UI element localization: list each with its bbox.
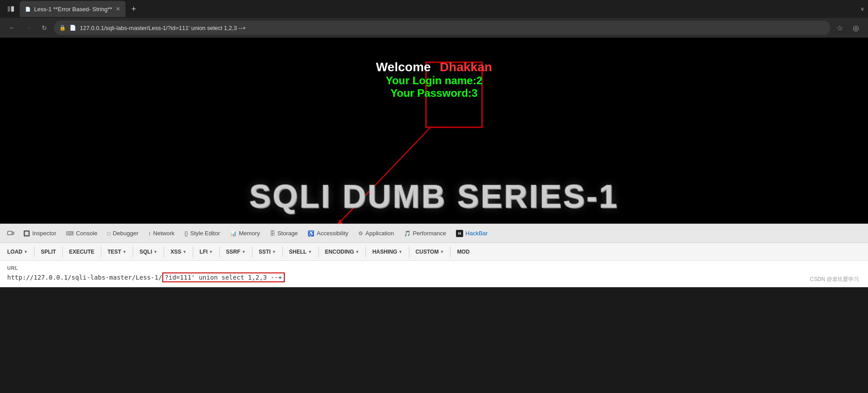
navigation-bar: ← → ↻ 🔒 📄 127.0.0.1/sqli-labs-master/Les… [0,18,868,38]
ssti-button[interactable]: SSTI ▼ [255,247,280,257]
tab-inspector-label: Inspector [32,230,56,237]
debugger-icon: □ [107,230,110,237]
toolbar-divider-1 [34,246,35,257]
tab-accessibility[interactable]: ♿ Accessibility [303,225,353,242]
split-button[interactable]: SPLIT [37,247,60,257]
tab-hackbar-label: HackBar [465,230,488,237]
welcome-name: Dhakkan [440,60,492,74]
tab-hackbar[interactable]: H HackBar [451,225,492,242]
responsive-design-button[interactable] [4,225,18,242]
webpage-content: Welcome Dhakkan Your Login name:2 Your P… [0,38,868,224]
tab-network-label: Network [153,230,175,237]
tab-bar: 📄 Less-1 **Error Based- String** ✕ + ∨ [0,0,868,18]
console-icon: ⌨ [66,230,74,237]
hashing-button[interactable]: HASHING ▼ [369,247,406,257]
sidebar-toggle[interactable] [4,2,18,16]
encoding-button[interactable]: ENCODING ▼ [321,247,363,257]
tab-application-label: Application [365,230,394,237]
load-button[interactable]: LOAD ▼ [4,247,31,257]
tab-memory[interactable]: 📊 Memory [226,225,265,242]
test-button[interactable]: TEST ▼ [104,247,130,257]
tab-performance[interactable]: 🎵 Performance [399,225,451,242]
toolbar-divider-13 [450,246,451,257]
page-title: SQLI DUMB SERIES-1 [249,178,619,215]
address-bar[interactable]: 🔒 📄 127.0.0.1/sqli-labs-master/Less-1/?i… [54,21,830,35]
performance-icon: 🎵 [404,230,411,237]
password-value: 3 [472,87,477,99]
password-line: Your Password:3 [376,87,492,99]
pocket-button[interactable]: ◎ [849,21,863,35]
tab-accessibility-label: Accessibility [317,230,348,237]
url-value: http://127.0.0.1/sqli-labs-master/Less-1… [7,272,861,282]
hackbar-url-area: URL http://127.0.0.1/sqli-labs-master/Le… [0,261,868,287]
password-label: Your Password: [391,87,472,99]
reload-button[interactable]: ↻ [38,21,51,35]
tab-inspector[interactable]: 🔲 Inspector [19,225,61,242]
toolbar-divider-9 [282,246,283,257]
storage-icon: 🗄 [270,230,275,237]
custom-button[interactable]: CUSTOM ▼ [412,247,448,257]
toolbar-divider-10 [318,246,319,257]
devtools-tab-bar: 🔲 Inspector ⌨ Console □ Debugger ↕ Netwo… [0,224,868,243]
load-dropdown-icon: ▼ [24,250,28,254]
welcome-section: Welcome Dhakkan Your Login name:2 Your P… [376,60,492,99]
maximize-button[interactable]: ∨ [860,6,864,12]
csdn-watermark: CSDN @老玖爱学习 [810,276,859,283]
back-button[interactable]: ← [5,21,19,35]
sqli-button[interactable]: SQLI ▼ [136,247,161,257]
tab-memory-label: Memory [239,230,260,237]
svg-rect-1 [11,6,14,12]
toolbar-divider-7 [219,246,220,257]
lfi-button[interactable]: LFI ▼ [196,247,217,257]
welcome-label: Welcome [376,60,430,74]
style-icon: {} [184,230,188,237]
toolbar-divider-12 [409,246,409,257]
toolbar-divider-6 [193,246,193,257]
tab-favicon: 📄 [25,7,30,12]
page-info-icon: 📄 [69,25,76,31]
tab-close-button[interactable]: ✕ [116,6,120,12]
hackbar-icon: H [456,230,463,237]
url-display[interactable]: 127.0.0.1/sqli-labs-master/Less-1/?id=11… [80,25,825,31]
tab-network[interactable]: ↕ Network [144,225,179,242]
tab-title: Less-1 **Error Based- String** [34,6,112,13]
login-label: Your Login name: [386,74,476,86]
tab-debugger[interactable]: □ Debugger [103,225,143,242]
test-dropdown-icon: ▼ [122,250,126,254]
execute-button[interactable]: EXECUTE [65,247,98,257]
url-query[interactable]: ?id=111' union select 1,2,3 --+ [162,272,285,282]
tab-storage[interactable]: 🗄 Storage [265,225,303,242]
toolbar-divider-3 [101,246,101,257]
svg-rect-6 [12,232,14,234]
bookmark-button[interactable]: ☆ [833,21,846,35]
devtools-panel: 🔲 Inspector ⌨ Console □ Debugger ↕ Netwo… [0,224,868,287]
memory-icon: 📊 [230,230,237,237]
tab-debugger-label: Debugger [113,230,138,237]
tab-storage-label: Storage [278,230,298,237]
shell-dropdown-icon: ▼ [308,250,312,254]
tab-performance-label: Performance [413,230,446,237]
inspector-icon: 🔲 [23,230,30,237]
toolbar-divider-5 [164,246,164,257]
accessibility-icon: ♿ [308,230,314,237]
tab-console-label: Console [76,230,97,237]
toolbar-divider-2 [62,246,63,257]
hackbar-toolbar: LOAD ▼ SPLIT EXECUTE TEST ▼ SQLI ▼ XSS ▼… [0,243,868,261]
svg-rect-0 [8,6,10,12]
ssrf-button[interactable]: SSRF ▼ [222,247,249,257]
forward-button[interactable]: → [22,21,35,35]
application-icon: ⚙ [358,230,363,237]
tab-console[interactable]: ⌨ Console [61,225,102,242]
browser-chrome: 📄 Less-1 **Error Based- String** ✕ + ∨ ←… [0,0,868,38]
encoding-dropdown-icon: ▼ [355,250,359,254]
lfi-dropdown-icon: ▼ [209,250,213,254]
toolbar-divider-4 [133,246,133,257]
new-tab-button[interactable]: + [127,3,140,15]
xss-button[interactable]: XSS ▼ [167,247,190,257]
tab-style-editor[interactable]: {} Style Editor [180,225,225,242]
mod-button[interactable]: MOD [453,247,473,257]
shell-button[interactable]: SHELL ▼ [286,247,316,257]
browser-tab[interactable]: 📄 Less-1 **Error Based- String** ✕ [20,1,126,17]
tab-application[interactable]: ⚙ Application [354,225,399,242]
url-label: URL [7,265,861,271]
